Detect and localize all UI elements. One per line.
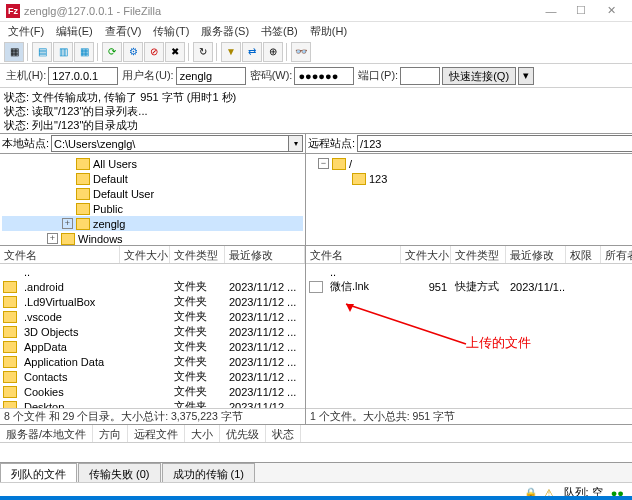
column-header[interactable]: 文件类型 bbox=[451, 246, 506, 263]
menu-item[interactable]: 帮助(H) bbox=[306, 23, 351, 40]
column-header[interactable]: 方向 bbox=[93, 425, 128, 442]
list-row[interactable]: .vscode文件夹2023/11/12 ... bbox=[0, 309, 305, 324]
column-header[interactable]: 权限 bbox=[566, 246, 601, 263]
queue-tabs: 列队的文件传输失败 (0)成功的传输 (1) bbox=[0, 462, 632, 482]
local-status: 8 个文件 和 29 个目录。大小总计: 3,375,223 字节 bbox=[0, 408, 305, 424]
transfer-queue[interactable]: 服务器/本地文件方向远程文件大小优先级状态 bbox=[0, 424, 632, 462]
svg-line-0 bbox=[346, 304, 466, 344]
host-input[interactable] bbox=[48, 67, 118, 85]
svg-marker-1 bbox=[346, 304, 354, 312]
toggle-log-icon[interactable]: ▤ bbox=[32, 42, 52, 62]
tree-item[interactable]: +Windows bbox=[2, 231, 303, 246]
column-header[interactable]: 文件名 bbox=[0, 246, 120, 263]
tree-item[interactable]: Default bbox=[2, 171, 303, 186]
port-input[interactable] bbox=[400, 67, 440, 85]
tree-item[interactable]: Default User bbox=[2, 186, 303, 201]
list-row[interactable]: Desktop文件夹2023/11/12 ... bbox=[0, 399, 305, 408]
window-title: zenglg@127.0.0.1 - FileZilla bbox=[24, 5, 536, 17]
host-label: 主机(H): bbox=[6, 68, 46, 83]
menubar: 文件(F)编辑(E)查看(V)传输(T)服务器(S)书签(B)帮助(H) bbox=[0, 22, 632, 40]
column-header[interactable]: 优先级 bbox=[220, 425, 266, 442]
sync-icon[interactable]: ⊕ bbox=[263, 42, 283, 62]
reconnect-icon[interactable]: ↻ bbox=[193, 42, 213, 62]
message-log[interactable]: 状态: 文件传输成功, 传输了 951 字节 (用时1 秒)状态: 读取"/12… bbox=[0, 88, 632, 134]
list-row[interactable]: 微信.lnk951快捷方式2023/11/1... bbox=[306, 279, 632, 294]
cancel-icon[interactable]: ⊘ bbox=[144, 42, 164, 62]
list-row[interactable]: Contacts文件夹2023/11/12 ... bbox=[0, 369, 305, 384]
remote-tree[interactable]: −/123 bbox=[306, 154, 632, 246]
menu-item[interactable]: 查看(V) bbox=[101, 23, 146, 40]
local-site-label: 本地站点: bbox=[2, 136, 49, 151]
tree-item[interactable]: All Users bbox=[2, 156, 303, 171]
column-header[interactable]: 大小 bbox=[185, 425, 220, 442]
site-manager-icon[interactable]: ▦ bbox=[4, 42, 24, 62]
list-row[interactable]: .. bbox=[0, 264, 305, 279]
local-path-dropdown[interactable]: ▾ bbox=[289, 135, 303, 152]
remote-pane: 远程站点: ▾ −/123 文件名文件大小文件类型最近修改权限所有者/组 ..微… bbox=[306, 134, 632, 424]
list-row[interactable]: .android文件夹2023/11/12 ... bbox=[0, 279, 305, 294]
pass-input[interactable] bbox=[294, 67, 354, 85]
local-tree[interactable]: All UsersDefaultDefault UserPublic+zengl… bbox=[0, 154, 305, 246]
quickconnect-dropdown[interactable]: ▾ bbox=[518, 67, 534, 85]
user-label: 用户名(U): bbox=[122, 68, 173, 83]
column-header[interactable]: 文件大小 bbox=[120, 246, 170, 263]
local-path-input[interactable] bbox=[51, 135, 289, 152]
column-header[interactable]: 所有者/组 bbox=[601, 246, 632, 263]
tree-item[interactable]: Public bbox=[2, 201, 303, 216]
queue-tab[interactable]: 传输失败 (0) bbox=[78, 463, 161, 482]
column-header[interactable]: 最近修改 bbox=[506, 246, 566, 263]
process-icon[interactable]: ⚙ bbox=[123, 42, 143, 62]
local-file-list[interactable]: ...android文件夹2023/11/12 ....Ld9VirtualBo… bbox=[0, 264, 305, 408]
column-header[interactable]: 最近修改 bbox=[225, 246, 305, 263]
local-list-header[interactable]: 文件名文件大小文件类型最近修改 bbox=[0, 246, 305, 264]
remote-status: 1 个文件。大小总共: 951 字节 bbox=[306, 408, 632, 424]
remote-path-input[interactable] bbox=[357, 135, 632, 152]
list-row[interactable]: 3D Objects文件夹2023/11/12 ... bbox=[0, 324, 305, 339]
queue-tab[interactable]: 成功的传输 (1) bbox=[162, 463, 256, 482]
tree-item[interactable]: −/ bbox=[308, 156, 632, 171]
list-row[interactable]: AppData文件夹2023/11/12 ... bbox=[0, 339, 305, 354]
close-button[interactable]: ✕ bbox=[596, 2, 626, 20]
annotation-text: 上传的文件 bbox=[466, 334, 531, 352]
remote-list-header[interactable]: 文件名文件大小文件类型最近修改权限所有者/组 bbox=[306, 246, 632, 264]
menu-item[interactable]: 传输(T) bbox=[149, 23, 193, 40]
column-header[interactable]: 文件大小 bbox=[401, 246, 451, 263]
toggle-queue-icon[interactable]: ▦ bbox=[74, 42, 94, 62]
list-row[interactable]: .Ld9VirtualBox文件夹2023/11/12 ... bbox=[0, 294, 305, 309]
taskbar bbox=[0, 496, 632, 500]
toolbar: ▦ ▤ ▥ ▦ ⟳ ⚙ ⊘ ✖ ↻ ▼ ⇄ ⊕ 👓 bbox=[0, 40, 632, 64]
remote-site-label: 远程站点: bbox=[308, 136, 355, 151]
list-row[interactable]: .. bbox=[306, 264, 632, 279]
compare-icon[interactable]: ⇄ bbox=[242, 42, 262, 62]
menu-item[interactable]: 编辑(E) bbox=[52, 23, 97, 40]
menu-item[interactable]: 文件(F) bbox=[4, 23, 48, 40]
remote-file-list[interactable]: ..微信.lnk951快捷方式2023/11/1... 上传的文件 bbox=[306, 264, 632, 408]
port-label: 端口(P): bbox=[358, 68, 398, 83]
minimize-button[interactable]: — bbox=[536, 2, 566, 20]
column-header[interactable]: 远程文件 bbox=[128, 425, 185, 442]
queue-tab[interactable]: 列队的文件 bbox=[0, 463, 77, 482]
list-row[interactable]: Application Data文件夹2023/11/12 ... bbox=[0, 354, 305, 369]
filter-icon[interactable]: ▼ bbox=[221, 42, 241, 62]
column-header[interactable]: 文件类型 bbox=[170, 246, 225, 263]
column-header[interactable]: 服务器/本地文件 bbox=[0, 425, 93, 442]
menu-item[interactable]: 服务器(S) bbox=[197, 23, 253, 40]
disconnect-icon[interactable]: ✖ bbox=[165, 42, 185, 62]
list-row[interactable]: Cookies文件夹2023/11/12 ... bbox=[0, 384, 305, 399]
toggle-tree-icon[interactable]: ▥ bbox=[53, 42, 73, 62]
user-input[interactable] bbox=[176, 67, 246, 85]
maximize-button[interactable]: ☐ bbox=[566, 2, 596, 20]
tree-item[interactable]: +zenglg bbox=[2, 216, 303, 231]
app-icon: Fz bbox=[6, 4, 20, 18]
column-header[interactable]: 状态 bbox=[266, 425, 301, 442]
tree-item[interactable]: 123 bbox=[308, 171, 632, 186]
pass-label: 密码(W): bbox=[250, 68, 293, 83]
menu-item[interactable]: 书签(B) bbox=[257, 23, 302, 40]
quickconnect-button[interactable]: 快速连接(Q) bbox=[442, 67, 516, 85]
column-header[interactable]: 文件名 bbox=[306, 246, 401, 263]
search-icon[interactable]: 👓 bbox=[291, 42, 311, 62]
local-pane: 本地站点: ▾ All UsersDefaultDefault UserPubl… bbox=[0, 134, 306, 424]
refresh-icon[interactable]: ⟳ bbox=[102, 42, 122, 62]
titlebar: Fz zenglg@127.0.0.1 - FileZilla — ☐ ✕ bbox=[0, 0, 632, 22]
quickconnect-bar: 主机(H): 用户名(U): 密码(W): 端口(P): 快速连接(Q) ▾ bbox=[0, 64, 632, 88]
